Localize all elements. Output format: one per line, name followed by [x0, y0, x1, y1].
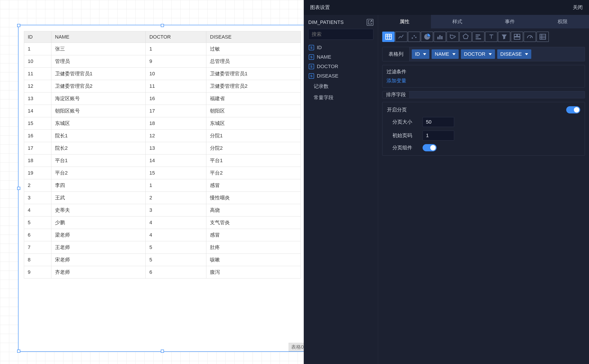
pagination-enable-toggle[interactable]: [566, 106, 580, 113]
initial-page-input[interactable]: [423, 130, 454, 141]
chip-doctor[interactable]: DOCTOR: [461, 49, 495, 59]
table-columns-dropzone[interactable]: ID NAME DOCTOR DISEASE: [409, 47, 585, 61]
svg-rect-6: [441, 36, 442, 39]
chart-type-hbar-icon[interactable]: [472, 32, 485, 42]
cell-disease: 感冒: [206, 179, 301, 192]
cell-name: 宋老师: [51, 254, 146, 266]
pagination-section: 开启分页 分页大小 初始页码 分页组件: [382, 102, 585, 156]
field-label: DISEASE: [317, 73, 338, 79]
chart-type-radar-icon[interactable]: [459, 32, 472, 42]
table-row: 8宋老师5咳嗽: [24, 254, 301, 266]
cell-doctor: 11: [146, 80, 206, 92]
table-row: 10管理员9总管理员: [24, 55, 301, 68]
cell-disease: 朝阳区: [206, 105, 301, 117]
pagination-enable-label: 开启分页: [387, 106, 407, 113]
table-columns-label: 表格列: [382, 47, 409, 61]
chevron-down-icon: [452, 53, 455, 55]
tab-bar: 属性 样式 事件 权限: [378, 15, 589, 28]
table-row: 13海淀区账号16福建省: [24, 92, 301, 105]
chevron-down-icon: [489, 53, 492, 55]
cell-doctor: 2: [146, 192, 206, 204]
cell-id: 11: [24, 68, 52, 80]
open-datasource-icon[interactable]: [367, 19, 373, 26]
cell-id: 5: [24, 216, 52, 229]
cell-disease: 福建省: [206, 92, 301, 105]
datasource-field[interactable]: SDISEASE: [308, 71, 373, 81]
datasource-field[interactable]: SDOCTOR: [308, 62, 373, 71]
table-row: 2李四1感冒: [24, 179, 301, 192]
chart-type-bar-icon[interactable]: [434, 32, 446, 42]
cell-id: 18: [24, 155, 52, 167]
chart-type-pie-icon[interactable]: [421, 32, 433, 42]
search-input[interactable]: [308, 29, 373, 40]
cell-name: 平台1: [51, 155, 146, 167]
chart-type-dashboard-icon[interactable]: [511, 32, 523, 42]
tree-constant-field[interactable]: 常量字段: [308, 92, 373, 103]
svg-point-2: [414, 35, 415, 37]
chip-disease[interactable]: DISEASE: [497, 49, 531, 59]
cell-disease: 过敏: [206, 43, 301, 55]
cell-disease: 卫健委管理官员2: [206, 80, 301, 92]
cell-disease: 慢性咽炎: [206, 192, 301, 204]
string-type-icon: S: [309, 45, 314, 50]
svg-point-1: [412, 38, 413, 39]
chart-type-picker: [378, 28, 589, 45]
pager-toggle[interactable]: [423, 144, 437, 151]
chart-type-scatter-icon[interactable]: [408, 32, 420, 42]
cell-doctor: 6: [146, 266, 206, 279]
datasource-field[interactable]: SNAME: [308, 52, 373, 62]
table-row: 11卫健委管理官员110卫健委管理官员1: [24, 68, 301, 80]
cell-doctor: 10: [146, 68, 206, 80]
chart-type-gauge-icon[interactable]: [524, 32, 536, 42]
cell-id: 1: [24, 43, 52, 55]
string-type-icon: S: [309, 54, 314, 60]
cell-name: 王老师: [51, 241, 146, 254]
tab-perm[interactable]: 权限: [536, 15, 589, 28]
chip-id[interactable]: ID: [412, 49, 429, 59]
cell-id: 19: [24, 167, 52, 179]
cell-disease: 支气管炎: [206, 216, 301, 229]
close-button[interactable]: 关闭: [573, 4, 583, 11]
datasource-column: DIM_PATIENTS SIDSNAMESDOCTORSDISEASE 记录数…: [304, 15, 378, 364]
col-name: NAME: [51, 31, 146, 43]
cell-disease: 咳嗽: [206, 254, 301, 266]
selected-component-frame[interactable]: ID NAME DOCTOR DISEASE 1张三1过敏10管理员9总管理员1…: [18, 25, 307, 352]
config-column: 属性 样式 事件 权限 表格列: [378, 15, 589, 364]
field-label: NAME: [317, 54, 331, 60]
chart-settings-panel: 图表设置 关闭 DIM_PATIENTS SIDSNAMESDOCTORSDIS…: [304, 0, 589, 364]
chart-type-text-icon[interactable]: [485, 32, 498, 42]
add-filter-variable[interactable]: 添加变量: [387, 77, 581, 84]
cell-id: 16: [24, 130, 52, 142]
svg-rect-0: [386, 34, 391, 39]
chart-type-line-icon[interactable]: [395, 32, 408, 42]
cell-disease: 分院2: [206, 142, 301, 155]
chart-type-funnel-icon[interactable]: [498, 32, 510, 42]
chart-type-pivot-icon[interactable]: [537, 32, 549, 42]
cell-disease: 总管理员: [206, 55, 301, 68]
chip-name[interactable]: NAME: [432, 49, 459, 59]
tab-attr[interactable]: 属性: [378, 15, 431, 28]
cell-id: 12: [24, 80, 52, 92]
table-row: 5少鹏4支气管炎: [24, 216, 301, 229]
cell-name: 朝阳区账号: [51, 105, 146, 117]
cell-doctor: 17: [146, 105, 206, 117]
page-size-input[interactable]: [423, 117, 454, 127]
cell-doctor: 15: [146, 167, 206, 179]
datasource-field[interactable]: SID: [308, 43, 373, 52]
svg-rect-5: [439, 35, 441, 39]
chart-type-map-icon[interactable]: [447, 32, 459, 42]
tree-record-count[interactable]: 记录数: [308, 81, 373, 92]
tab-style[interactable]: 样式: [431, 15, 484, 28]
chart-type-table-icon[interactable]: [382, 32, 395, 42]
cell-name: 卫健委管理官员1: [51, 68, 146, 80]
tab-event[interactable]: 事件: [484, 15, 537, 28]
cell-doctor: 18: [146, 117, 206, 130]
cell-doctor: 1: [146, 43, 206, 55]
sort-dropzone[interactable]: [409, 91, 585, 98]
cell-doctor: 4: [146, 216, 206, 229]
initial-page-label: 初始页码: [392, 132, 420, 139]
cell-name: 海淀区账号: [51, 92, 146, 105]
filter-title: 过滤条件: [387, 68, 581, 75]
table-row: 7王老师5肚疼: [24, 241, 301, 254]
field-label: DOCTOR: [317, 64, 338, 70]
